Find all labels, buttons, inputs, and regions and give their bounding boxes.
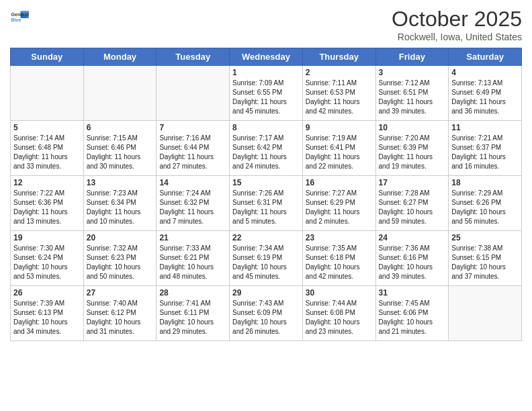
calendar-cell: 4Sunrise: 7:13 AM Sunset: 6:49 PM Daylig… (449, 66, 522, 121)
cell-text: Sunrise: 7:11 AM Sunset: 6:53 PM Dayligh… (306, 79, 373, 116)
calendar-cell: 1Sunrise: 7:09 AM Sunset: 6:55 PM Daylig… (230, 66, 303, 121)
cell-text: Sunrise: 7:16 AM Sunset: 6:44 PM Dayligh… (159, 134, 226, 171)
cell-text: Sunrise: 7:30 AM Sunset: 6:24 PM Dayligh… (13, 244, 81, 281)
col-header-saturday: Saturday (449, 48, 522, 66)
day-number: 22 (232, 233, 300, 242)
calendar-cell: 7Sunrise: 7:16 AM Sunset: 6:44 PM Daylig… (157, 121, 230, 176)
day-number: 24 (379, 233, 446, 242)
day-number: 18 (451, 178, 519, 187)
calendar-cell: 15Sunrise: 7:26 AM Sunset: 6:31 PM Dayli… (230, 176, 303, 231)
cell-text: Sunrise: 7:09 AM Sunset: 6:55 PM Dayligh… (232, 79, 300, 116)
cell-text: Sunrise: 7:34 AM Sunset: 6:19 PM Dayligh… (232, 244, 300, 281)
calendar-cell: 21Sunrise: 7:33 AM Sunset: 6:21 PM Dayli… (157, 231, 230, 286)
calendar-cell: 16Sunrise: 7:27 AM Sunset: 6:29 PM Dayli… (302, 176, 375, 231)
day-number: 30 (306, 288, 373, 298)
day-number: 25 (451, 233, 519, 242)
day-number: 9 (306, 123, 373, 132)
day-number: 3 (379, 68, 446, 77)
calendar-cell: 27Sunrise: 7:40 AM Sunset: 6:12 PM Dayli… (83, 286, 157, 341)
logo-icon: General Blue (10, 7, 29, 26)
day-number: 4 (451, 68, 519, 77)
logo: General Blue (10, 7, 29, 26)
calendar-cell: 20Sunrise: 7:32 AM Sunset: 6:23 PM Dayli… (83, 231, 157, 286)
calendar-cell: 29Sunrise: 7:43 AM Sunset: 6:09 PM Dayli… (230, 286, 303, 341)
cell-text: Sunrise: 7:45 AM Sunset: 6:06 PM Dayligh… (379, 299, 446, 336)
calendar-cell: 31Sunrise: 7:45 AM Sunset: 6:06 PM Dayli… (375, 286, 449, 341)
day-number: 1 (232, 68, 300, 77)
day-number: 26 (13, 288, 81, 298)
cell-text: Sunrise: 7:41 AM Sunset: 6:11 PM Dayligh… (159, 299, 226, 336)
calendar-cell: 22Sunrise: 7:34 AM Sunset: 6:19 PM Dayli… (230, 231, 303, 286)
cell-text: Sunrise: 7:33 AM Sunset: 6:21 PM Dayligh… (159, 244, 226, 281)
calendar-cell: 14Sunrise: 7:24 AM Sunset: 6:32 PM Dayli… (157, 176, 230, 231)
svg-text:General: General (11, 12, 29, 17)
day-number: 11 (451, 123, 519, 132)
day-number: 31 (379, 288, 446, 298)
cell-text: Sunrise: 7:17 AM Sunset: 6:42 PM Dayligh… (232, 134, 300, 171)
day-number: 16 (306, 178, 373, 187)
col-header-sunday: Sunday (11, 48, 84, 66)
col-header-thursday: Thursday (302, 48, 375, 66)
day-number: 8 (232, 123, 300, 132)
day-number: 14 (159, 178, 226, 187)
calendar-cell: 11Sunrise: 7:21 AM Sunset: 6:37 PM Dayli… (449, 121, 522, 176)
cell-text: Sunrise: 7:19 AM Sunset: 6:41 PM Dayligh… (306, 134, 373, 171)
calendar-cell (449, 286, 522, 341)
calendar-cell: 26Sunrise: 7:39 AM Sunset: 6:13 PM Dayli… (11, 286, 84, 341)
col-header-friday: Friday (375, 48, 449, 66)
day-number: 13 (87, 178, 154, 187)
cell-text: Sunrise: 7:20 AM Sunset: 6:39 PM Dayligh… (379, 134, 446, 171)
week-row-5: 26Sunrise: 7:39 AM Sunset: 6:13 PM Dayli… (11, 286, 522, 341)
calendar-table: SundayMondayTuesdayWednesdayThursdayFrid… (10, 48, 522, 341)
calendar-cell: 9Sunrise: 7:19 AM Sunset: 6:41 PM Daylig… (302, 121, 375, 176)
cell-text: Sunrise: 7:40 AM Sunset: 6:12 PM Dayligh… (87, 299, 154, 336)
cell-text: Sunrise: 7:23 AM Sunset: 6:34 PM Dayligh… (87, 189, 154, 226)
cell-text: Sunrise: 7:35 AM Sunset: 6:18 PM Dayligh… (306, 244, 373, 281)
cell-text: Sunrise: 7:22 AM Sunset: 6:36 PM Dayligh… (13, 189, 81, 226)
cell-text: Sunrise: 7:44 AM Sunset: 6:08 PM Dayligh… (306, 299, 373, 336)
cell-text: Sunrise: 7:13 AM Sunset: 6:49 PM Dayligh… (451, 79, 519, 116)
day-number: 5 (13, 123, 81, 132)
cell-text: Sunrise: 7:21 AM Sunset: 6:37 PM Dayligh… (451, 134, 519, 171)
calendar-cell: 19Sunrise: 7:30 AM Sunset: 6:24 PM Dayli… (11, 231, 84, 286)
cell-text: Sunrise: 7:15 AM Sunset: 6:46 PM Dayligh… (87, 134, 154, 171)
day-number: 6 (87, 123, 154, 132)
col-header-wednesday: Wednesday (230, 48, 303, 66)
day-number: 10 (379, 123, 446, 132)
calendar-cell (83, 66, 157, 121)
day-number: 29 (232, 288, 300, 298)
calendar-cell: 12Sunrise: 7:22 AM Sunset: 6:36 PM Dayli… (11, 176, 84, 231)
calendar-cell: 2Sunrise: 7:11 AM Sunset: 6:53 PM Daylig… (302, 66, 375, 121)
day-number: 7 (159, 123, 226, 132)
cell-text: Sunrise: 7:32 AM Sunset: 6:23 PM Dayligh… (87, 244, 154, 281)
header: General Blue October 2025 Rockwell, Iowa… (10, 7, 522, 42)
calendar-cell: 3Sunrise: 7:12 AM Sunset: 6:51 PM Daylig… (375, 66, 449, 121)
calendar-cell: 25Sunrise: 7:38 AM Sunset: 6:15 PM Dayli… (449, 231, 522, 286)
day-number: 23 (306, 233, 373, 242)
location-subtitle: Rockwell, Iowa, United States (392, 32, 522, 42)
cell-text: Sunrise: 7:24 AM Sunset: 6:32 PM Dayligh… (159, 189, 226, 226)
day-number: 21 (159, 233, 226, 242)
day-number: 19 (13, 233, 81, 242)
col-header-tuesday: Tuesday (157, 48, 230, 66)
day-number: 17 (379, 178, 446, 187)
cell-text: Sunrise: 7:38 AM Sunset: 6:15 PM Dayligh… (451, 244, 519, 281)
cell-text: Sunrise: 7:29 AM Sunset: 6:26 PM Dayligh… (451, 189, 519, 226)
day-number: 27 (87, 288, 154, 298)
week-row-4: 19Sunrise: 7:30 AM Sunset: 6:24 PM Dayli… (11, 231, 522, 286)
day-number: 20 (87, 233, 154, 242)
header-row: SundayMondayTuesdayWednesdayThursdayFrid… (11, 48, 522, 66)
calendar-cell: 28Sunrise: 7:41 AM Sunset: 6:11 PM Dayli… (157, 286, 230, 341)
calendar-cell: 23Sunrise: 7:35 AM Sunset: 6:18 PM Dayli… (302, 231, 375, 286)
calendar-cell (157, 66, 230, 121)
day-number: 2 (306, 68, 373, 77)
cell-text: Sunrise: 7:27 AM Sunset: 6:29 PM Dayligh… (306, 189, 373, 226)
calendar-cell (11, 66, 84, 121)
week-row-3: 12Sunrise: 7:22 AM Sunset: 6:36 PM Dayli… (11, 176, 522, 231)
cell-text: Sunrise: 7:14 AM Sunset: 6:48 PM Dayligh… (13, 134, 81, 171)
calendar-cell: 6Sunrise: 7:15 AM Sunset: 6:46 PM Daylig… (83, 121, 157, 176)
day-number: 12 (13, 178, 81, 187)
calendar-cell: 17Sunrise: 7:28 AM Sunset: 6:27 PM Dayli… (375, 176, 449, 231)
cell-text: Sunrise: 7:43 AM Sunset: 6:09 PM Dayligh… (232, 299, 300, 336)
calendar-cell: 30Sunrise: 7:44 AM Sunset: 6:08 PM Dayli… (302, 286, 375, 341)
